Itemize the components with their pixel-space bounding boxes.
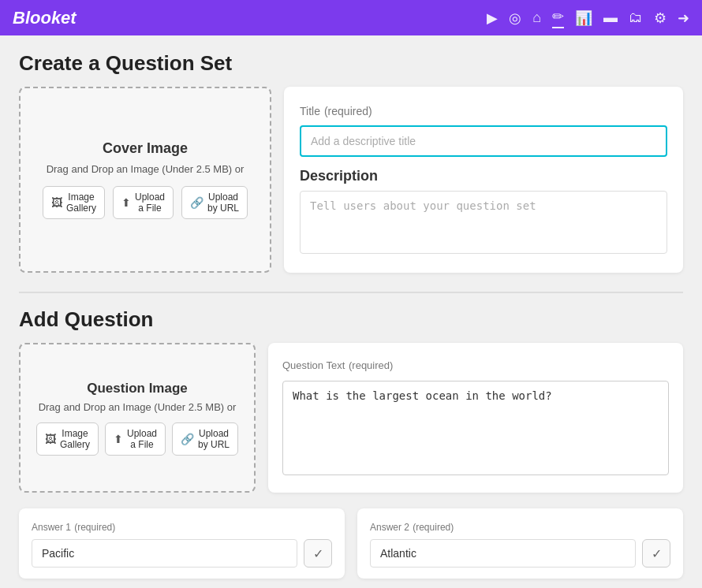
description-textarea[interactable]	[300, 191, 667, 254]
image-gallery-icon: 🖼	[51, 196, 62, 209]
q-upload-icon: ⬆	[114, 433, 123, 445]
chart-icon[interactable]: 📊	[575, 9, 592, 27]
question-gallery-button[interactable]: 🖼 ImageGallery	[36, 422, 99, 456]
settings-icon[interactable]: ⚙	[654, 9, 667, 27]
answer-1-label: Answer 1 (required)	[32, 519, 332, 533]
question-upload-url-button[interactable]: 🔗 Uploadby URL	[172, 422, 238, 456]
answer-1-input[interactable]	[32, 539, 297, 568]
q-link-icon: 🔗	[181, 433, 194, 445]
top-panel: Cover Image Drag and Drop an Image (Unde…	[19, 87, 683, 273]
q-gallery-icon: 🖼	[45, 433, 56, 445]
upload-file-icon: ⬆	[121, 196, 131, 209]
briefcase-icon[interactable]: 🗂	[629, 9, 643, 26]
create-form-panel: Title (required) Description	[284, 87, 683, 273]
answer-1-check-button[interactable]: ✓	[304, 539, 332, 568]
question-image-dropzone[interactable]: Question Image Drag and Drop an Image (U…	[19, 343, 256, 493]
answer-2-label: Answer 2 (required)	[370, 519, 670, 533]
app-header: Blooket ▶ ◎ ⌂ ✏ 📊 ▬ 🗂 ⚙ ➜	[0, 0, 702, 35]
cover-image-gallery-button[interactable]: 🖼 ImageGallery	[43, 186, 105, 219]
add-question-section: Add Question Question Image Drag and Dro…	[19, 307, 683, 588]
card-icon[interactable]: ▬	[603, 9, 618, 26]
logout-icon[interactable]: ➜	[678, 9, 689, 27]
cover-image-dropzone[interactable]: Cover Image Drag and Drop an Image (Unde…	[19, 87, 271, 273]
cover-image-buttons: 🖼 ImageGallery ⬆ Uploada File 🔗 Uploadby…	[43, 186, 248, 219]
q-gallery-label: ImageGallery	[60, 428, 90, 450]
create-section-title: Create a Question Set	[19, 51, 683, 76]
answer-2-row: ✓	[370, 539, 670, 568]
question-text-textarea[interactable]: What is the largest ocean in the world?	[282, 381, 669, 475]
answer-2-input[interactable]	[370, 539, 636, 568]
q-upload-label: Uploada File	[127, 428, 157, 450]
answer-1-card: Answer 1 (required) ✓	[19, 508, 345, 579]
add-question-title: Add Question	[19, 307, 683, 332]
cover-gallery-label: ImageGallery	[66, 192, 96, 214]
answers-grid: Answer 1 (required) ✓ Answer 2 (required…	[19, 508, 683, 588]
main-content: Create a Question Set Cover Image Drag a…	[0, 35, 702, 588]
answer-2-card: Answer 2 (required) ✓	[357, 508, 683, 579]
cover-upload-file-button[interactable]: ⬆ Uploada File	[113, 186, 174, 219]
question-text-panel: Question Text (required) What is the lar…	[268, 343, 683, 493]
cover-image-subtitle: Drag and Drop an Image (Under 2.5 MB) or	[47, 163, 245, 175]
question-text-label: Question Text (required)	[282, 357, 669, 373]
description-label: Description	[300, 168, 667, 184]
answer-1-row: ✓	[32, 539, 332, 568]
app-logo: Blooket	[13, 8, 77, 28]
question-image-buttons: 🖼 ImageGallery ⬆ Uploada File 🔗 Uploadby…	[36, 422, 238, 456]
section-divider	[19, 292, 683, 293]
edit-icon[interactable]: ✏	[552, 8, 564, 28]
title-input[interactable]	[300, 125, 667, 157]
header-nav: ▶ ◎ ⌂ ✏ 📊 ▬ 🗂 ⚙ ➜	[487, 8, 689, 28]
answer-2-check-button[interactable]: ✓	[642, 539, 670, 568]
question-upload-file-button[interactable]: ⬆ Uploada File	[105, 422, 166, 456]
home-icon[interactable]: ⌂	[532, 9, 541, 26]
cover-upload-label: Uploada File	[135, 192, 165, 214]
play-icon[interactable]: ▶	[487, 9, 498, 27]
cover-image-label: Cover Image	[103, 140, 188, 157]
question-image-subtitle: Drag and Drop an Image (Under 2.5 MB) or	[39, 401, 237, 413]
q-url-label: Uploadby URL	[198, 428, 230, 450]
cover-url-label: Uploadby URL	[207, 192, 239, 214]
title-field-label: Title (required)	[300, 102, 667, 119]
cover-upload-url-button[interactable]: 🔗 Uploadby URL	[181, 186, 248, 219]
link-icon: 🔗	[190, 196, 204, 209]
question-panel: Question Image Drag and Drop an Image (U…	[19, 343, 683, 493]
question-image-label: Question Image	[87, 381, 188, 396]
compass-icon[interactable]: ◎	[509, 9, 521, 27]
